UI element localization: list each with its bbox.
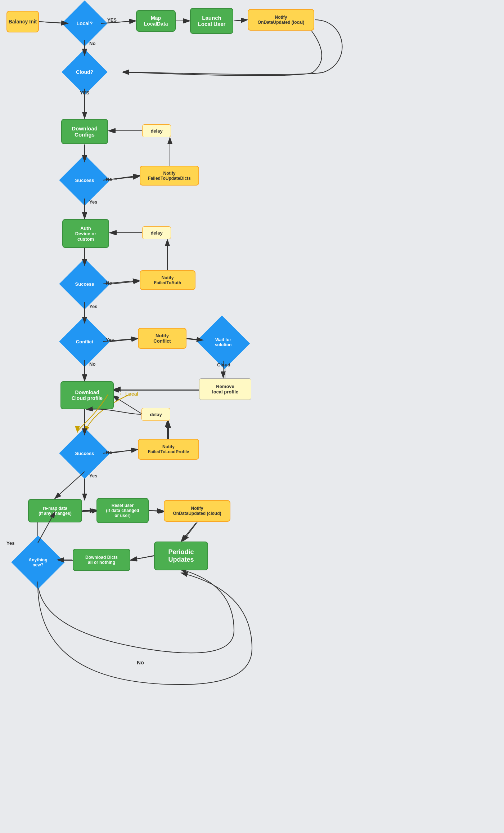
- yes2-label: YES: [80, 90, 89, 95]
- svg-line-40: [234, 20, 247, 21]
- remove-local-profile-label: Removelocal profile: [212, 384, 238, 395]
- wait-for-solution-diamond: Wait forsolution: [197, 316, 250, 369]
- svg-line-30: [148, 511, 165, 512]
- success1-diamond: Success: [59, 155, 110, 205]
- notify-failed-dicts-node: NotifyFailedToUpdateDicts: [140, 166, 199, 186]
- yes1-label: YES: [107, 17, 117, 23]
- remap-data-node: re-map data(if any changes): [28, 499, 82, 522]
- success1-diamond-label: Success: [67, 162, 103, 198]
- local-diamond-label: Local?: [68, 7, 101, 40]
- download-configs-label: DownloadConfigs: [72, 125, 98, 138]
- notify-conflict-node: NotifyConflict: [138, 328, 186, 349]
- notify-cloud-label: NotifyOnDataUpdated (cloud): [173, 506, 221, 516]
- anything-new-diamond-label: Anythingnew?: [19, 543, 57, 581]
- local-arrow-label: ← Local: [119, 391, 138, 397]
- no5-label: No →: [106, 450, 118, 455]
- svg-line-5: [234, 20, 248, 21]
- remove-local-profile-node: Removelocal profile: [199, 378, 251, 400]
- launch-local-user-label: LaunchLocal User: [198, 15, 226, 27]
- remap-data-label: re-map data(if any changes): [39, 506, 71, 516]
- yes4-label: Yes: [89, 304, 97, 309]
- svg-line-64: [183, 522, 197, 541]
- balancy-init-node: Balancy Init: [6, 11, 39, 32]
- notify-conflict-label: NotifyConflict: [153, 333, 171, 344]
- svg-line-29: [82, 511, 98, 512]
- cloud-label: Cloud: [217, 362, 230, 368]
- notify-failed-auth-label: NotifyFailedToAuth: [154, 275, 181, 285]
- download-cloud-profile-node: DownloadCloud profile: [60, 381, 114, 409]
- download-cloud-profile-label: DownloadCloud profile: [72, 389, 103, 401]
- delay1-node: delay: [142, 124, 171, 137]
- delay2-node: delay: [142, 226, 171, 239]
- flowchart: Balancy Init Local? YES MapLocalData Lau…: [0, 0, 504, 833]
- notify-failed-load-label: NotifyFailedToLoadProfile: [148, 444, 189, 454]
- svg-line-61: [55, 472, 85, 499]
- reset-user-node: Reset user(if data changedor user): [96, 498, 149, 523]
- svg-line-32: [130, 556, 154, 560]
- notify-cloud-node: NotifyOnDataUpdated (cloud): [164, 500, 230, 522]
- launch-local-user-node: LaunchLocal User: [190, 8, 233, 34]
- delay2-label: delay: [150, 230, 162, 236]
- success3-diamond: Success: [59, 428, 110, 478]
- download-configs-node: DownloadConfigs: [61, 119, 108, 144]
- conflict-diamond: Conflict: [59, 316, 110, 367]
- auth-device-label: AuthDevice orcustom: [75, 226, 96, 242]
- svg-line-63: [149, 511, 163, 511]
- anything-new-diamond: Anythingnew?: [11, 535, 64, 589]
- yes-anything-label: Yes: [6, 540, 14, 546]
- delay3-node: delay: [141, 408, 170, 421]
- success2-diamond-label: Success: [67, 266, 103, 302]
- no4-label: No: [89, 361, 95, 367]
- svg-line-65: [131, 556, 154, 560]
- yes5-label: Yes →: [106, 337, 120, 343]
- cloud-diamond-label: Cloud?: [68, 56, 101, 88]
- cloud-diamond: Cloud?: [62, 49, 107, 95]
- yes6-label: Yes: [89, 473, 97, 478]
- download-dicts-label: Download Dictsall or nothing: [85, 555, 118, 565]
- notify-failed-dicts-label: NotifyFailedToUpdateDicts: [148, 171, 190, 181]
- success2-diamond: Success: [59, 258, 110, 309]
- notify-failed-auth-node: NotifyFailedToAuth: [140, 270, 195, 290]
- no-bottom-label: No: [137, 659, 144, 665]
- local-diamond: Local?: [62, 0, 107, 46]
- svg-line-31: [181, 523, 196, 542]
- download-dicts-node: Download Dictsall or nothing: [73, 549, 130, 571]
- notify-on-data-local-node: NotifyOnDataUpdated (local): [248, 9, 314, 31]
- notify-failed-load-node: NotifyFailedToLoadProfile: [138, 439, 199, 460]
- no2-label: No →: [106, 177, 118, 182]
- wait-for-solution-label: Wait forsolution: [203, 324, 243, 360]
- notify-on-data-local-label: NotifyOnDataUpdated (local): [258, 15, 304, 25]
- balancy-init-label: Balancy Init: [9, 19, 37, 24]
- no1-label: No: [89, 41, 95, 46]
- map-local-data-node: MapLocalData: [136, 10, 176, 32]
- auth-device-node: AuthDevice orcustom: [62, 219, 109, 248]
- map-local-data-label: MapLocalData: [144, 15, 168, 27]
- periodic-updates-node: PeriodicUpdates: [154, 542, 208, 570]
- yes3-label: Yes: [89, 199, 97, 205]
- conflict-diamond-label: Conflict: [67, 324, 103, 360]
- reset-user-label: Reset user(if data changedor user): [106, 503, 139, 518]
- svg-line-27: [113, 396, 141, 414]
- periodic-updates-label: PeriodicUpdates: [168, 548, 194, 564]
- delay1-label: delay: [150, 128, 162, 134]
- delay3-label: delay: [150, 412, 162, 417]
- success3-diamond-label: Success: [67, 435, 103, 471]
- no3-label: No →: [106, 280, 118, 286]
